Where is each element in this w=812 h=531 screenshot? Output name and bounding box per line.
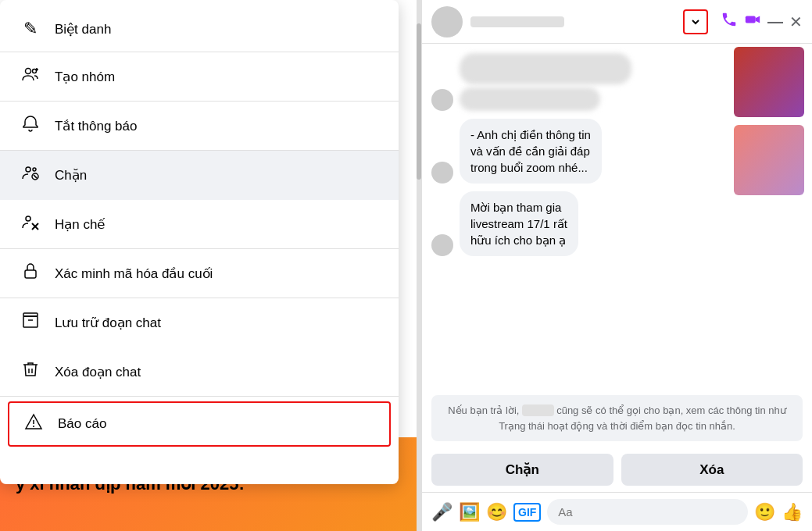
context-menu: ✎ Biệt danh Tạo nhóm (0, 0, 399, 484)
group-icon (19, 65, 42, 88)
menu-item-create-group[interactable]: Tạo nhóm (0, 52, 399, 102)
menu-item-delete[interactable]: Xóa đoạn chat (0, 347, 399, 397)
chat-input-area: 🎤 🖼️ 😊 GIF 🙂 👍 (422, 492, 812, 531)
menu-item-restrict[interactable]: Hạn chế (0, 200, 399, 249)
image-icon[interactable]: 🖼️ (459, 502, 480, 522)
archive-icon (19, 311, 42, 334)
message-input[interactable] (547, 499, 748, 525)
sticker-icon[interactable]: 😊 (486, 502, 507, 522)
close-icon[interactable]: ✕ (789, 12, 803, 31)
menu-item-block-label: Chặn (55, 167, 87, 184)
microphone-icon[interactable]: 🎤 (431, 502, 453, 522)
svg-point-17 (33, 426, 34, 427)
menu-item-delete-label: Xóa đoạn chat (55, 364, 141, 380)
menu-item-nickname[interactable]: ✎ Biệt danh (0, 6, 399, 52)
minimize-icon[interactable]: — (767, 12, 783, 30)
phone-icon[interactable] (721, 11, 738, 32)
dropdown-button[interactable] (683, 9, 708, 34)
like-icon[interactable]: 👍 (782, 502, 803, 522)
chat-messages: - Anh chị điền thông tinvà vấn đề cần gi… (422, 44, 812, 389)
menu-item-archive-label: Lưu trữ đoạn chat (55, 315, 161, 331)
image-thumbnail-2 (734, 125, 804, 195)
sender-avatar-1 (431, 89, 453, 111)
chat-name-blurred (470, 16, 564, 27)
message-blurred-1 (460, 53, 631, 84)
menu-item-nickname-label: Biệt danh (55, 21, 111, 37)
block-icon (19, 163, 42, 187)
gif-icon[interactable]: GIF (513, 503, 541, 522)
menu-item-archive[interactable]: Lưu trữ đoạn chat (0, 298, 399, 347)
sender-avatar-2 (431, 162, 453, 184)
svg-rect-11 (25, 270, 36, 278)
left-background: ✎ Biệt danh Tạo nhóm (0, 0, 422, 531)
delete-button[interactable]: Xóa (621, 454, 803, 486)
message-blurred-2 (460, 87, 600, 111)
menu-item-report[interactable]: Báo cáo (8, 401, 391, 447)
block-button[interactable]: Chặn (431, 454, 613, 486)
menu-item-encrypt-label: Xác minh mã hóa đầu cuối (55, 266, 213, 282)
svg-point-5 (33, 168, 36, 171)
menu-item-restrict-label: Hạn chế (55, 216, 105, 233)
restrict-icon (19, 212, 42, 236)
svg-rect-13 (23, 316, 38, 327)
menu-item-mute-label: Tắt thông báo (55, 118, 137, 134)
svg-rect-18 (746, 16, 756, 23)
warning-icon (22, 412, 45, 436)
left-scrollbar[interactable] (417, 0, 421, 531)
lock-icon (19, 262, 42, 285)
sender-avatar-3 (431, 234, 453, 256)
bell-icon (19, 114, 42, 137)
svg-point-4 (26, 167, 30, 172)
chat-header-info (470, 16, 683, 27)
emoji-icon[interactable]: 🙂 (754, 502, 775, 522)
message-bubble-2: - Anh chị điền thông tinvà vấn đề cần gi… (460, 119, 602, 184)
chat-action-buttons: Chặn Xóa (422, 447, 812, 492)
message-row-3: Mời bạn tham gialivestream 17/1 rấthữu í… (431, 191, 803, 256)
svg-line-7 (34, 175, 37, 178)
chat-notification: Nếu bạn trả lời, cũng sẽ có thể gọi cho … (431, 395, 803, 441)
menu-item-block[interactable]: Chặn (0, 151, 399, 200)
message-bubble-3: Mời bạn tham gialivestream 17/1 rấthữu í… (460, 191, 578, 256)
image-thumbnail-1 (734, 47, 804, 117)
chat-panel: — ✕ - Anh chị điền thông tinvà vấn (422, 0, 812, 531)
menu-item-encrypt[interactable]: Xác minh mã hóa đầu cuối (0, 249, 399, 298)
svg-point-8 (26, 216, 30, 221)
blurred-name (522, 404, 554, 416)
svg-point-0 (26, 69, 31, 74)
menu-item-mute[interactable]: Tắt thông báo (0, 102, 399, 151)
chat-avatar (431, 6, 463, 37)
pencil-icon: ✎ (19, 19, 42, 39)
left-scroll-thumb[interactable] (417, 23, 421, 180)
menu-item-create-group-label: Tạo nhóm (55, 69, 115, 85)
trash-icon (19, 360, 42, 383)
chat-header: — ✕ (422, 0, 812, 44)
video-icon[interactable] (744, 11, 761, 32)
menu-item-report-label: Báo cáo (58, 416, 106, 432)
